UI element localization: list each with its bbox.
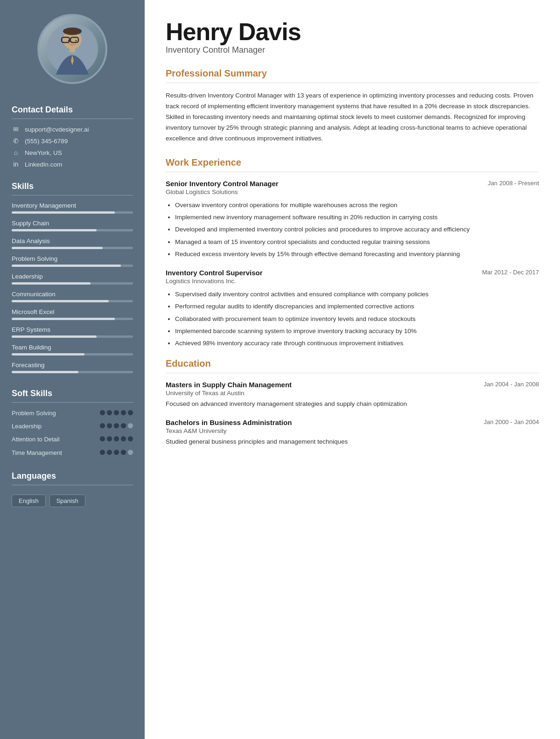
list-item: Oversaw inventory control operations for… [175,200,539,210]
contact-text: support@cvdesigner.ai [25,126,89,133]
job-date: Jan 2008 - Present [488,180,539,187]
list-item: Collaborated with procurement team to op… [175,314,539,324]
skill-bar-bg [12,371,133,373]
dot-filled [121,436,126,441]
languages-divider [12,485,133,485]
jobs-list: Senior Inventory Control Manager Jan 200… [166,180,539,349]
job-header: Senior Inventory Control Manager Jan 200… [166,180,539,188]
summary-divider [166,83,539,83]
dot-filled [121,423,126,428]
dots [100,449,133,455]
contact-title: Contact Details [12,105,133,115]
skill-item: Supply Chain [12,220,133,231]
soft-skill-item: Problem Solving [12,409,133,418]
dot-filled [107,423,112,428]
job-company: Logistics Innovations Inc. [166,278,539,285]
svg-rect-6 [70,48,75,52]
language-tag: Spanish [49,495,85,507]
skill-bar-fill [12,335,97,338]
soft-skill-item: Leadership [12,422,133,431]
skill-bar-fill [12,353,84,356]
dots [100,409,133,415]
skill-bar-bg [12,211,133,214]
edu-date: Jan 2000 - Jan 2004 [483,418,539,425]
job-bullets: Oversaw inventory control operations for… [166,200,539,259]
dot-filled [121,410,126,415]
summary-section-title: Professional Summary [166,68,539,79]
dot-empty [128,423,133,428]
skill-name: Microsoft Excel [12,308,133,315]
skill-name: Inventory Management [12,202,133,209]
language-tags: EnglishSpanish [12,495,133,507]
job-title-text: Inventory Control Supervisor [166,269,263,277]
soft-skill-name: Leadership [12,422,96,431]
skill-name: Supply Chain [12,220,133,227]
dot-filled [128,436,133,441]
skill-name: Data Analysis [12,237,133,244]
skill-bar-bg [12,247,133,249]
education-list: Masters in Supply Chain Management Jan 2… [166,381,539,447]
contact-icon: ✉ [12,125,20,133]
contact-icon: ✆ [12,137,20,145]
skill-item: Communication [12,291,133,302]
edu-school: Texas A&M University [166,427,539,434]
education-section-title: Education [166,358,539,369]
dot-filled [114,410,119,415]
dots [100,422,133,428]
skill-bar-bg [12,282,133,285]
sidebar: Contact Details ✉support@cvdesigner.ai✆(… [0,0,145,739]
edu-degree: Bachelors in Business Administration [166,418,292,426]
soft-skill-name: Attention to Detail [12,435,96,444]
summary-text: Results-driven Inventory Control Manager… [166,91,539,144]
list-item: Managed a team of 15 inventory control s… [175,237,539,247]
edu-degree: Masters in Supply Chain Management [166,381,292,389]
job-entry: Senior Inventory Control Manager Jan 200… [166,180,539,259]
skill-name: Problem Solving [12,255,133,262]
dot-filled [114,436,119,441]
skills-list: Inventory Management Supply Chain Data A… [12,202,133,379]
skill-bar-bg [12,335,133,338]
skill-bar-bg [12,300,133,302]
skill-bar-fill [12,300,109,302]
contact-item: ✉support@cvdesigner.ai [12,125,133,133]
skill-name: Team Building [12,344,133,351]
dot-filled [114,423,119,428]
avatar [37,14,107,84]
candidate-job-title: Inventory Control Manager [166,45,539,55]
candidate-name: Henry Davis [166,19,539,45]
list-item: Developed and implemented inventory cont… [175,224,539,235]
contact-divider [12,119,133,119]
job-date: Mar 2012 - Dec 2017 [482,269,539,276]
skill-item: Data Analysis [12,237,133,249]
skill-bar-bg [12,318,133,320]
education-divider [166,373,539,373]
contact-item: ✆(555) 345-6789 [12,137,133,145]
job-company: Global Logistics Solutions [166,188,539,195]
dot-filled [100,423,105,428]
list-item: Reduced excess inventory levels by 15% t… [175,249,539,259]
job-entry: Inventory Control Supervisor Mar 2012 - … [166,269,539,349]
soft-skills-divider [12,402,133,403]
soft-skills-list: Problem Solving Leadership Attention to … [12,409,133,462]
dot-filled [100,410,105,415]
contact-item: inLinkedIn.com [12,160,133,168]
skill-bar-fill [12,282,91,285]
svg-point-7 [68,40,70,42]
soft-skills-title: Soft Skills [12,389,133,398]
soft-skill-name: Time Management [12,449,96,457]
list-item: Achieved 98% inventory accuracy rate thr… [175,338,539,349]
contact-item: ⌂NewYork, US [12,149,133,156]
svg-point-8 [76,40,77,42]
contact-text: NewYork, US [25,149,62,156]
language-tag: English [12,495,46,507]
skill-name: ERP Systems [12,326,133,333]
resume-container: Contact Details ✉support@cvdesigner.ai✆(… [0,0,560,739]
skill-name: Communication [12,291,133,298]
soft-skill-name: Problem Solving [12,409,96,418]
skill-bar-fill [12,318,115,320]
edu-header: Masters in Supply Chain Management Jan 2… [166,381,539,389]
work-divider [166,172,539,172]
skill-item: Leadership [12,273,133,285]
edu-header: Bachelors in Business Administration Jan… [166,418,539,426]
languages-title: Languages [12,471,133,481]
